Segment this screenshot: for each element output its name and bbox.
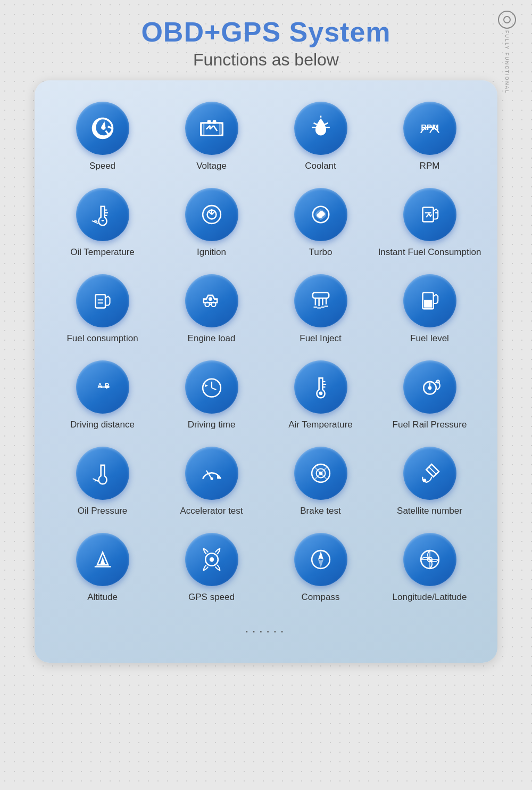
item-driving-time[interactable]: Driving time [160,360,263,431]
svg-line-9 [324,123,328,125]
svg-text:A: A [97,382,102,390]
svg-point-53 [319,392,322,396]
watermark-circle [498,11,516,29]
icon-grid: SpeedVoltageCoolantRPMRPMOil Temperature… [51,102,481,604]
icon-driving-distance: AB [76,360,129,414]
item-instant-fuel[interactable]: Instant Fuel Consumption [378,188,481,258]
label-driving-time: Driving time [188,419,236,431]
item-compass[interactable]: Compass [269,533,372,603]
icon-gps-speed [185,533,238,586]
icon-longitude-latitude [403,533,456,586]
item-oil-temperature[interactable]: Oil Temperature [51,188,154,258]
item-fuel-level[interactable]: Fuel level [378,274,481,344]
icon-driving-time [185,360,238,414]
item-oil-pressure[interactable]: Oil Pressure [51,447,154,517]
item-ignition[interactable]: Ignition [160,188,263,258]
icon-fuel-inject [294,274,347,327]
item-altitude[interactable]: Altitude [51,533,154,603]
label-air-temperature: Air Temperature [288,419,353,431]
item-voltage[interactable]: Voltage [160,102,263,172]
label-coolant: Coolant [305,160,336,172]
item-fuel-inject[interactable]: Fuel Inject [269,274,372,344]
svg-point-21 [319,213,322,217]
label-fuel-consumption: Fuel consumption [66,333,138,344]
svg-marker-49 [204,384,208,387]
item-rpm[interactable]: RPMRPM [378,102,481,172]
label-rpm: RPM [420,160,440,172]
icon-compass [294,533,347,586]
item-brake-test[interactable]: Brake test [269,447,372,517]
icon-oil-pressure [76,447,129,500]
label-longitude-latitude: Longitude/Latitude [393,591,467,603]
icon-accelerator-test [185,447,238,500]
svg-marker-73 [318,559,323,567]
icon-air-temperature [294,360,347,414]
label-voltage: Voltage [196,160,227,172]
svg-line-7 [313,123,317,125]
icon-altitude [76,533,129,586]
item-turbo[interactable]: Turbo [269,188,372,258]
item-driving-distance[interactable]: ABDriving distance [51,360,154,431]
label-fuel-inject: Fuel Inject [300,333,341,344]
item-air-temperature[interactable]: Air Temperature [269,360,372,431]
item-engine-load[interactable]: Engine load [160,274,263,344]
svg-line-6 [213,126,217,131]
label-ignition: Ignition [197,246,226,258]
item-speed[interactable]: Speed [51,102,154,172]
page-subtitle: Functions as below [11,50,521,70]
watermark-text: FULLY FUNCTIONAL [504,30,510,94]
item-coolant[interactable]: Coolant [269,102,372,172]
label-accelerator-test: Accelerator test [180,505,243,517]
svg-rect-42 [424,300,432,308]
label-fuel-rail-pressure: Fuel Rail Pressure [393,419,467,431]
page-header: OBD+GPS System Functions as below [11,16,521,70]
page-title: OBD+GPS System [11,16,521,48]
label-brake-test: Brake test [300,505,341,517]
icon-turbo [294,188,347,241]
watermark-inner-circle [503,16,511,23]
label-satellite-number: Satellite number [397,505,462,517]
label-compass: Compass [302,591,340,603]
svg-marker-72 [318,552,323,559]
svg-point-56 [428,386,431,390]
svg-point-31 [209,297,212,301]
icon-brake-test [294,447,347,500]
item-longitude-latitude[interactable]: Longitude/Latitude [378,533,481,603]
label-fuel-level: Fuel level [410,333,449,344]
svg-point-65 [422,479,426,483]
watermark: FULLY FUNCTIONAL [498,11,516,94]
label-turbo: Turbo [309,246,332,258]
label-oil-pressure: Oil Pressure [78,505,128,517]
item-gps-speed[interactable]: GPS speed [160,533,263,603]
svg-rect-32 [312,293,328,298]
label-altitude: Altitude [87,591,118,603]
svg-rect-25 [95,294,105,308]
icon-voltage [185,102,238,155]
label-engine-load: Engine load [188,333,236,344]
label-gps-speed: GPS speed [188,591,235,603]
svg-point-70 [209,557,213,562]
icon-coolant [294,102,347,155]
svg-point-78 [429,559,430,561]
icon-rpm: RPM [403,102,456,155]
svg-line-48 [212,388,216,390]
item-fuel-rail-pressure[interactable]: Fuel Rail Pressure [378,360,481,431]
icon-fuel-rail-pressure [403,360,456,414]
icon-engine-load [185,274,238,327]
functions-card: SpeedVoltageCoolantRPMRPMOil Temperature… [35,80,497,663]
item-fuel-consumption[interactable]: Fuel consumption [51,274,154,344]
icon-ignition [185,188,238,241]
more-dots: ...... [51,620,481,636]
icon-fuel-level [403,274,456,327]
label-oil-temperature: Oil Temperature [70,246,135,258]
label-speed: Speed [89,160,115,172]
label-driving-distance: Driving distance [70,419,135,431]
icon-speed [76,102,129,155]
icon-oil-temperature [76,188,129,241]
svg-point-59 [210,478,213,480]
icon-satellite-number [403,447,456,500]
item-satellite-number[interactable]: Satellite number [378,447,481,517]
item-accelerator-test[interactable]: Accelerator test [160,447,263,517]
label-instant-fuel: Instant Fuel Consumption [378,246,481,258]
icon-fuel-consumption [76,274,129,327]
